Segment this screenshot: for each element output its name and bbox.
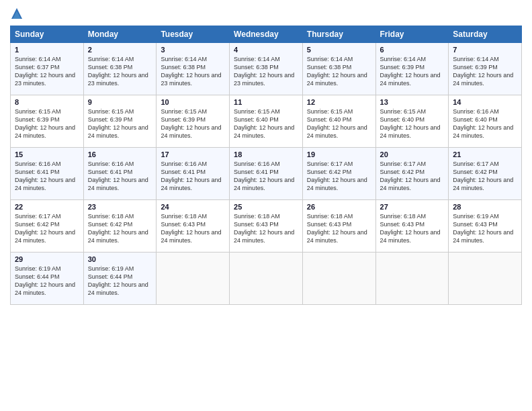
day-detail: Sunrise: 6:16 AMSunset: 6:41 PMDaylight:… — [161, 160, 225, 193]
calendar-cell: 17Sunrise: 6:16 AMSunset: 6:41 PMDayligh… — [157, 148, 230, 200]
day-detail: Sunrise: 6:15 AMSunset: 6:39 PMDaylight:… — [15, 107, 79, 140]
calendar-cell: 6Sunrise: 6:14 AMSunset: 6:39 PMDaylight… — [375, 43, 449, 95]
calendar-cell: 3Sunrise: 6:14 AMSunset: 6:38 PMDaylight… — [157, 43, 230, 95]
header-day: Monday — [83, 26, 157, 43]
day-number: 19 — [307, 150, 371, 158]
day-number: 22 — [15, 203, 79, 211]
day-number: 4 — [234, 46, 298, 54]
calendar-cell: 1Sunrise: 6:14 AMSunset: 6:37 PMDaylight… — [11, 43, 84, 95]
calendar-cell: 22Sunrise: 6:17 AMSunset: 6:42 PMDayligh… — [11, 200, 84, 253]
day-number: 15 — [15, 150, 79, 158]
calendar-cell: 27Sunrise: 6:18 AMSunset: 6:43 PMDayligh… — [375, 200, 449, 253]
day-number: 9 — [88, 98, 152, 106]
day-number: 7 — [453, 46, 517, 54]
calendar-cell: 19Sunrise: 6:17 AMSunset: 6:42 PMDayligh… — [302, 148, 375, 200]
calendar-cell — [157, 253, 230, 305]
calendar-cell: 14Sunrise: 6:16 AMSunset: 6:40 PMDayligh… — [449, 95, 522, 148]
day-number: 24 — [161, 203, 225, 211]
day-detail: Sunrise: 6:18 AMSunset: 6:42 PMDaylight:… — [88, 212, 152, 245]
day-detail: Sunrise: 6:14 AMSunset: 6:39 PMDaylight:… — [453, 55, 517, 88]
day-number: 18 — [234, 150, 298, 158]
calendar-cell: 4Sunrise: 6:14 AMSunset: 6:38 PMDaylight… — [230, 43, 303, 95]
header-day: Sunday — [11, 26, 84, 43]
day-detail: Sunrise: 6:14 AMSunset: 6:38 PMDaylight:… — [234, 55, 298, 88]
day-detail: Sunrise: 6:14 AMSunset: 6:38 PMDaylight:… — [161, 55, 225, 88]
day-detail: Sunrise: 6:15 AMSunset: 6:40 PMDaylight:… — [380, 107, 445, 140]
calendar-cell — [302, 253, 375, 305]
calendar-cell: 30Sunrise: 6:19 AMSunset: 6:44 PMDayligh… — [83, 253, 157, 305]
header — [10, 7, 522, 20]
day-detail: Sunrise: 6:14 AMSunset: 6:37 PMDaylight:… — [15, 55, 79, 88]
calendar-cell: 12Sunrise: 6:15 AMSunset: 6:40 PMDayligh… — [302, 95, 375, 148]
day-detail: Sunrise: 6:15 AMSunset: 6:39 PMDaylight:… — [161, 107, 225, 140]
calendar-cell: 20Sunrise: 6:17 AMSunset: 6:42 PMDayligh… — [375, 148, 449, 200]
day-detail: Sunrise: 6:17 AMSunset: 6:42 PMDaylight:… — [307, 160, 371, 193]
day-number: 3 — [161, 46, 225, 54]
header-row: SundayMondayTuesdayWednesdayThursdayFrid… — [11, 26, 522, 43]
day-number: 30 — [88, 255, 152, 263]
calendar-cell: 13Sunrise: 6:15 AMSunset: 6:40 PMDayligh… — [375, 95, 449, 148]
logo-icon — [10, 7, 24, 20]
day-detail: Sunrise: 6:18 AMSunset: 6:43 PMDaylight:… — [161, 212, 225, 245]
calendar-cell: 7Sunrise: 6:14 AMSunset: 6:39 PMDaylight… — [449, 43, 522, 95]
day-number: 17 — [161, 150, 225, 158]
calendar-cell: 5Sunrise: 6:14 AMSunset: 6:38 PMDaylight… — [302, 43, 375, 95]
calendar-cell: 26Sunrise: 6:18 AMSunset: 6:43 PMDayligh… — [302, 200, 375, 253]
day-number: 5 — [307, 46, 371, 54]
header-day: Wednesday — [230, 26, 303, 43]
calendar-cell: 21Sunrise: 6:17 AMSunset: 6:42 PMDayligh… — [449, 148, 522, 200]
calendar-body: 1Sunrise: 6:14 AMSunset: 6:37 PMDaylight… — [11, 43, 522, 305]
calendar-week-row: 22Sunrise: 6:17 AMSunset: 6:42 PMDayligh… — [11, 200, 522, 253]
day-detail: Sunrise: 6:17 AMSunset: 6:42 PMDaylight:… — [380, 160, 445, 193]
calendar-cell: 8Sunrise: 6:15 AMSunset: 6:39 PMDaylight… — [11, 95, 84, 148]
day-detail: Sunrise: 6:15 AMSunset: 6:40 PMDaylight:… — [234, 107, 298, 140]
calendar-cell: 24Sunrise: 6:18 AMSunset: 6:43 PMDayligh… — [157, 200, 230, 253]
day-detail: Sunrise: 6:19 AMSunset: 6:44 PMDaylight:… — [88, 265, 152, 298]
day-detail: Sunrise: 6:15 AMSunset: 6:40 PMDaylight:… — [307, 107, 371, 140]
day-detail: Sunrise: 6:14 AMSunset: 6:38 PMDaylight:… — [88, 55, 152, 88]
day-number: 8 — [15, 98, 79, 106]
day-detail: Sunrise: 6:18 AMSunset: 6:43 PMDaylight:… — [380, 212, 445, 245]
day-number: 1 — [15, 46, 79, 54]
calendar-week-row: 15Sunrise: 6:16 AMSunset: 6:41 PMDayligh… — [11, 148, 522, 200]
day-detail: Sunrise: 6:16 AMSunset: 6:40 PMDaylight:… — [453, 107, 517, 140]
day-detail: Sunrise: 6:17 AMSunset: 6:42 PMDaylight:… — [453, 160, 517, 193]
calendar-cell: 10Sunrise: 6:15 AMSunset: 6:39 PMDayligh… — [157, 95, 230, 148]
calendar-cell: 29Sunrise: 6:19 AMSunset: 6:44 PMDayligh… — [11, 253, 84, 305]
day-number: 25 — [234, 203, 298, 211]
day-number: 26 — [307, 203, 371, 211]
calendar-cell: 23Sunrise: 6:18 AMSunset: 6:42 PMDayligh… — [83, 200, 157, 253]
day-number: 23 — [88, 203, 152, 211]
day-detail: Sunrise: 6:15 AMSunset: 6:39 PMDaylight:… — [88, 107, 152, 140]
calendar-cell: 16Sunrise: 6:16 AMSunset: 6:41 PMDayligh… — [83, 148, 157, 200]
day-number: 21 — [453, 150, 517, 158]
day-detail: Sunrise: 6:16 AMSunset: 6:41 PMDaylight:… — [234, 160, 298, 193]
day-number: 12 — [307, 98, 371, 106]
calendar-week-row: 1Sunrise: 6:14 AMSunset: 6:37 PMDaylight… — [11, 43, 522, 95]
day-detail: Sunrise: 6:14 AMSunset: 6:38 PMDaylight:… — [307, 55, 371, 88]
calendar-cell — [230, 253, 303, 305]
day-detail: Sunrise: 6:16 AMSunset: 6:41 PMDaylight:… — [15, 160, 79, 193]
calendar-header: SundayMondayTuesdayWednesdayThursdayFrid… — [11, 26, 522, 43]
day-number: 2 — [88, 46, 152, 54]
calendar-week-row: 29Sunrise: 6:19 AMSunset: 6:44 PMDayligh… — [11, 253, 522, 305]
day-number: 20 — [380, 150, 445, 158]
day-number: 11 — [234, 98, 298, 106]
day-number: 29 — [15, 255, 79, 263]
day-number: 16 — [88, 150, 152, 158]
calendar-cell: 11Sunrise: 6:15 AMSunset: 6:40 PMDayligh… — [230, 95, 303, 148]
calendar-table: SundayMondayTuesdayWednesdayThursdayFrid… — [10, 26, 522, 305]
day-number: 14 — [453, 98, 517, 106]
day-detail: Sunrise: 6:19 AMSunset: 6:44 PMDaylight:… — [15, 265, 79, 298]
day-detail: Sunrise: 6:18 AMSunset: 6:43 PMDaylight:… — [234, 212, 298, 245]
day-detail: Sunrise: 6:16 AMSunset: 6:41 PMDaylight:… — [88, 160, 152, 193]
day-number: 27 — [380, 203, 445, 211]
day-number: 6 — [380, 46, 445, 54]
calendar-cell: 9Sunrise: 6:15 AMSunset: 6:39 PMDaylight… — [83, 95, 157, 148]
header-day: Thursday — [302, 26, 375, 43]
day-number: 28 — [453, 203, 517, 211]
day-number: 13 — [380, 98, 445, 106]
day-detail: Sunrise: 6:14 AMSunset: 6:39 PMDaylight:… — [380, 55, 445, 88]
calendar-cell — [375, 253, 449, 305]
calendar-cell: 25Sunrise: 6:18 AMSunset: 6:43 PMDayligh… — [230, 200, 303, 253]
